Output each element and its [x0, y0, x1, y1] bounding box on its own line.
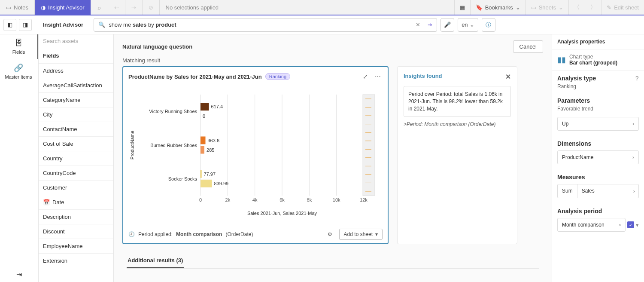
period-enabled-checkbox[interactable]: ✓ [627, 221, 634, 228]
svg-rect-33 [200, 137, 206, 144]
measure-selector[interactable]: Sum Sales › [557, 184, 639, 198]
selection-forward-icon[interactable]: ⇢ [125, 0, 143, 15]
toggle-right-panel-button[interactable]: ◨ [19, 19, 32, 31]
collapse-rail-button[interactable]: ⇥ [16, 270, 22, 279]
chevron-right-icon: › [619, 222, 621, 228]
info-icon: ⓘ [486, 21, 491, 29]
insight-icon: ◑ [41, 4, 46, 11]
svg-rect-28 [200, 103, 209, 110]
field-item[interactable]: EmployeeName [39, 239, 113, 254]
svg-rect-38 [200, 170, 201, 178]
panel-right-icon: ◨ [23, 21, 28, 28]
sheets-icon: ▭ [531, 4, 536, 11]
chart-type-value: Bar chart (grouped) [569, 60, 617, 66]
notes-tab[interactable]: ▭ Notes [0, 0, 35, 15]
add-to-sheet-button[interactable]: Add to sheet ▾ [339, 229, 383, 240]
dimension-selector[interactable]: ProductName › [557, 150, 639, 164]
analysis-period-value: Month comparison [562, 222, 605, 228]
additional-results-tab[interactable]: Additional results (3) [127, 254, 184, 268]
rp-header: Analysis properties [552, 34, 644, 49]
insight-label: Insight Advisor [48, 4, 85, 11]
chevron-right-icon: › [630, 184, 638, 198]
selection-back-icon[interactable]: ⇠ [108, 0, 125, 15]
svg-text:839.99: 839.99 [214, 181, 229, 186]
cancel-button[interactable]: Cancel [513, 40, 543, 53]
field-item[interactable]: 📅Date [39, 195, 113, 210]
insights-card: Insights found ✕ Period over Period: tot… [397, 66, 517, 244]
field-item[interactable]: CountryCode [39, 166, 113, 181]
sheets-button[interactable]: ▭ Sheets ⌄ [526, 0, 568, 15]
search-icon: 🔍 [98, 21, 105, 28]
insight-advisor-tab[interactable]: ◑ Insight Advisor [35, 0, 91, 15]
edit-sheet-button[interactable]: ✎ Edit sheet [601, 0, 644, 15]
chevron-right-icon: 〉 [590, 3, 596, 11]
expand-chart-button[interactable]: ⤢ [361, 71, 370, 82]
svg-text:10k: 10k [333, 197, 340, 202]
field-item-label: Description [43, 214, 71, 220]
field-item[interactable]: Description [39, 210, 113, 224]
svg-rect-35 [200, 146, 204, 154]
assets-search-input[interactable]: Search assets [39, 34, 113, 48]
smart-search-icon[interactable]: ⌕ [91, 0, 108, 15]
measures-label: Measures [552, 169, 644, 182]
rail-fields[interactable]: 🗄 Fields [0, 34, 38, 59]
svg-text:ProductName: ProductName [130, 131, 135, 159]
page-title: Insight Advisor [38, 21, 88, 28]
field-item[interactable]: Customer [39, 181, 113, 195]
add-to-sheet-label: Add to sheet [344, 231, 373, 237]
field-item-label: ContactName [43, 126, 77, 132]
svg-text:2k: 2k [225, 197, 231, 202]
close-insights-button[interactable]: ✕ [505, 73, 511, 81]
field-item[interactable]: AverageCallSatisfaction [39, 78, 113, 93]
field-item[interactable]: CategoryName [39, 93, 113, 107]
favorable-trend-label: Favorable trend [552, 106, 644, 115]
dimension-value: ProductName [562, 154, 593, 160]
field-item-label: City [43, 111, 52, 118]
favorable-trend-selector[interactable]: Up › [557, 117, 639, 131]
bookmarks-button[interactable]: 🔖 Bookmarks ⌄ [470, 0, 526, 15]
fields-list[interactable]: AddressAverageCallSatisfactionCategoryNa… [39, 64, 113, 282]
chevron-left-icon: 〈 [574, 3, 580, 11]
selections-tool-button[interactable]: ▦ [454, 0, 470, 15]
analysis-period-selector[interactable]: Month comparison › [557, 218, 626, 232]
language-label: en [462, 21, 468, 28]
clear-search-icon[interactable]: ✕ [416, 21, 420, 28]
period-applied-value: Month comparison [176, 231, 222, 237]
field-item-label: Discount [43, 228, 65, 235]
field-item[interactable]: Country [39, 151, 113, 166]
mic-icon: 🎤 [444, 21, 451, 28]
chevron-down-icon[interactable]: ▾ [636, 222, 639, 228]
parameters-label: Parameters [552, 93, 644, 106]
field-item-label: Cost of Sale [43, 141, 73, 147]
rail-fields-label: Fields [12, 49, 25, 55]
search-input[interactable]: 🔍 show me sales by product ✕ ➔ [94, 18, 437, 32]
field-item-label: CategoryName [43, 97, 80, 103]
analysis-period-label: Analysis period [552, 203, 644, 216]
svg-text:8k: 8k [307, 197, 312, 202]
rail-master-items[interactable]: 🔗 Master items [0, 59, 38, 84]
fields-section-header: Fields [39, 48, 113, 64]
chevron-right-icon: › [632, 121, 634, 127]
language-selector[interactable]: en ⌄ [458, 18, 478, 32]
field-item[interactable]: Cost of Sale [39, 137, 113, 151]
voice-input-button[interactable]: 🎤 [440, 18, 454, 32]
clear-selections-icon[interactable]: ⊘ [143, 0, 160, 15]
field-item[interactable]: ContactName [39, 122, 113, 137]
chart-more-button[interactable]: ⋯ [373, 71, 383, 82]
field-item[interactable]: Address [39, 64, 113, 78]
measure-name: Sales [577, 184, 630, 198]
field-item[interactable]: City [39, 107, 113, 122]
field-item-label: Extension [43, 257, 67, 264]
grid-icon: ▦ [460, 4, 465, 11]
submit-search-icon[interactable]: ➔ [428, 21, 432, 28]
svg-text:Socker Socks: Socker Socks [168, 176, 197, 181]
field-item[interactable]: Discount [39, 224, 113, 239]
help-icon[interactable]: ? [635, 75, 639, 82]
learn-button[interactable]: ⚙ [328, 231, 332, 237]
toggle-left-panel-button[interactable]: ◧ [3, 19, 16, 31]
next-sheet-button[interactable]: 〉 [585, 0, 601, 15]
prev-sheet-button[interactable]: 〈 [568, 0, 585, 15]
chart-title: ProductName by Sales for 2021-May and 20… [128, 74, 262, 80]
field-item[interactable]: Extension [39, 254, 113, 268]
help-button[interactable]: ⓘ [482, 18, 495, 32]
